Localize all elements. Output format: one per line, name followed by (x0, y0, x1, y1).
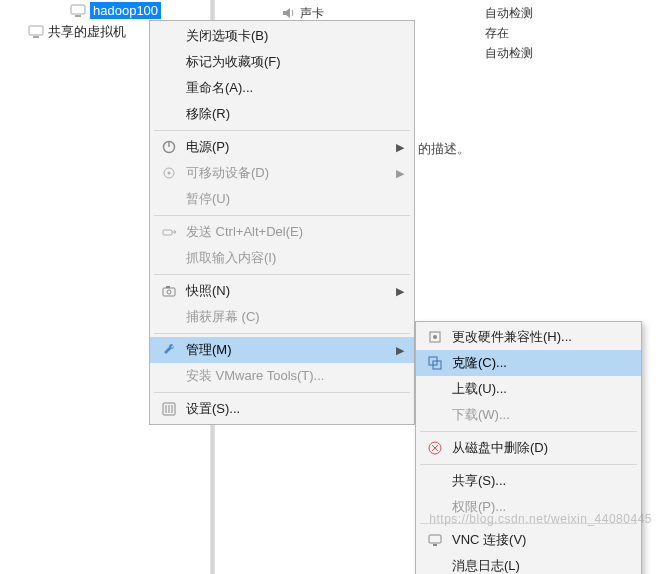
chevron-right-icon: ▶ (396, 141, 404, 154)
svg-point-7 (168, 172, 171, 175)
svg-rect-8 (163, 230, 172, 235)
hw-value: 自动检测 (485, 43, 533, 63)
description-text: 的描述。 (418, 140, 470, 158)
menu-separator (154, 130, 410, 131)
sound-icon (280, 5, 296, 21)
clone-icon (424, 352, 446, 374)
svg-rect-24 (433, 544, 437, 546)
chevron-right-icon: ▶ (396, 344, 404, 357)
vnc-icon (424, 529, 446, 551)
menu-separator (154, 392, 410, 393)
settings-icon (158, 398, 180, 420)
chevron-right-icon: ▶ (396, 167, 404, 180)
menu-favorite[interactable]: 标记为收藏项(F) (150, 49, 414, 75)
svg-rect-0 (71, 5, 85, 14)
submenu-message-log[interactable]: 消息日志(L) (416, 553, 641, 574)
menu-remove[interactable]: 移除(R) (150, 101, 414, 127)
submenu-clone[interactable]: 克隆(C)... (416, 350, 641, 376)
menu-manage[interactable]: 管理(M) ▶ (150, 337, 414, 363)
submenu-change-hw[interactable]: 更改硬件兼容性(H)... (416, 324, 641, 350)
chevron-right-icon: ▶ (396, 285, 404, 298)
device-icon (158, 162, 180, 184)
vm-icon (70, 3, 86, 19)
menu-close-tab[interactable]: 关闭选项卡(B) (150, 23, 414, 49)
menu-separator (420, 464, 637, 465)
menu-snapshot[interactable]: 快照(N) ▶ (150, 278, 414, 304)
svg-rect-23 (429, 535, 441, 543)
menu-settings[interactable]: 设置(S)... (150, 396, 414, 422)
submenu-share[interactable]: 共享(S)... (416, 468, 641, 494)
svg-point-17 (433, 335, 437, 339)
power-icon (158, 136, 180, 158)
menu-install-tools: 安装 VMware Tools(T)... (150, 363, 414, 389)
send-icon (158, 221, 180, 243)
submenu-download: 下载(W)... (416, 402, 641, 428)
shared-vm-icon (28, 24, 44, 40)
menu-separator (154, 215, 410, 216)
menu-rename[interactable]: 重命名(A)... (150, 75, 414, 101)
svg-rect-9 (163, 288, 175, 296)
menu-pause: 暂停(U) (150, 186, 414, 212)
hw-icon (424, 326, 446, 348)
tree-item-label: 共享的虚拟机 (48, 23, 126, 41)
manage-submenu: 更改硬件兼容性(H)... 克隆(C)... 上载(U)... 下载(W)...… (415, 321, 642, 574)
menu-removable-devices: 可移动设备(D) ▶ (150, 160, 414, 186)
hw-value: 存在 (485, 23, 533, 43)
menu-send-cad: 发送 Ctrl+Alt+Del(E) (150, 219, 414, 245)
tree-item-label: hadoop100 (90, 2, 161, 19)
menu-grab-input: 抓取输入内容(I) (150, 245, 414, 271)
svg-point-10 (167, 290, 171, 294)
wrench-icon (158, 339, 180, 361)
svg-rect-2 (29, 26, 43, 35)
watermark-text: https://blog.csdn.net/weixin_44080445 (429, 512, 652, 526)
svg-rect-3 (33, 36, 39, 38)
menu-separator (154, 274, 410, 275)
delete-icon (424, 437, 446, 459)
tree-item-vm[interactable]: hadoop100 (70, 0, 220, 21)
svg-rect-1 (75, 15, 81, 17)
menu-separator (154, 333, 410, 334)
menu-capture-screen: 捕获屏幕 (C) (150, 304, 414, 330)
hw-value: 自动检测 (485, 3, 533, 23)
vm-context-menu: 关闭选项卡(B) 标记为收藏项(F) 重命名(A)... 移除(R) 电源(P)… (149, 20, 415, 425)
hw-value-col: 自动检测 存在 自动检测 (485, 3, 533, 63)
submenu-upload[interactable]: 上载(U)... (416, 376, 641, 402)
menu-separator (420, 431, 637, 432)
menu-power[interactable]: 电源(P) ▶ (150, 134, 414, 160)
submenu-vnc[interactable]: VNC 连接(V) (416, 527, 641, 553)
submenu-delete-from-disk[interactable]: 从磁盘中删除(D) (416, 435, 641, 461)
snapshot-icon (158, 280, 180, 302)
svg-rect-11 (166, 286, 170, 288)
